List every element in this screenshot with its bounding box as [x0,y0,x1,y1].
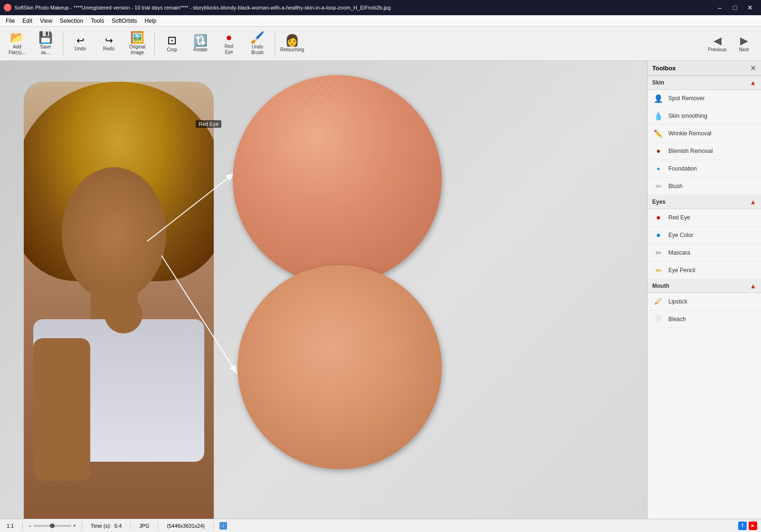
minimize-button[interactable]: – [713,3,727,12]
skin-zoom-circle-top [233,75,442,284]
zoom-plus-icon: + [73,523,76,528]
time-value: 0.4 [114,523,122,529]
mascara-label: Mascara [668,249,690,256]
red-eye-toolbar-button[interactable]: ● RedEye [216,29,242,58]
blemish-removal-tool[interactable]: ● Blemish Removal [647,142,761,160]
eye-color-icon: ● [653,230,664,240]
eye-pencil-tool[interactable]: ✏ Eye Pencil [647,262,761,279]
info-icon[interactable]: i [219,522,227,530]
time-label: Time (s): 0.4 [88,523,124,529]
original-icon: 🖼️ [130,32,144,43]
window-controls: – □ ✕ [713,3,757,12]
woman-body [24,82,214,519]
youtube-icon[interactable]: ▶ [749,522,757,530]
previous-button[interactable]: ◀ Previous [704,29,731,58]
menu-help[interactable]: Help [141,17,161,25]
menu-edit[interactable]: Edit [19,17,36,25]
toolbar: 📂 AddFile(s)... 💾 Saveas... ↩ Undo ↪ Red… [0,27,761,61]
skin-smoothing-tool[interactable]: 💧 Skin smoothing [647,107,761,125]
hand [105,295,143,333]
next-button[interactable]: ▶ Next [731,29,757,58]
woman-photo-area [0,61,238,519]
foundation-tool[interactable]: 🔹 Foundation [647,160,761,178]
rotate-button[interactable]: 🔃 Rotate [187,29,214,58]
wrinkle-removal-tool[interactable]: ✏️ Wrinkle Removal [647,125,761,142]
blemish-removal-icon: ● [653,146,664,156]
red-eye-tool-label: Red Eye [668,214,690,221]
rotate-label: Rotate [193,47,207,53]
social-icons-area: f ▶ [738,522,757,530]
red-eye-toolbar-icon: ● [226,32,232,43]
skin-section-header[interactable]: Skin ▲ [647,76,761,90]
spot-remover-label: Spot Remover [668,95,705,102]
red-eye-toolbar-label: RedEye [225,44,233,55]
menu-file[interactable]: File [2,17,19,25]
app-icon [4,4,11,11]
eyes-section-header[interactable]: Eyes ▲ [647,195,761,209]
undo-brush-button[interactable]: 🖌️ UndoBrush [244,29,271,58]
title-text: SoftSkin Photo Makeup - ****Unregistered… [14,5,713,10]
undo-button[interactable]: ↩ Undo [67,29,94,58]
rotate-icon: 🔃 [193,35,208,46]
zoom-slider-control[interactable]: – + [29,523,76,528]
skin-section-collapse-icon: ▲ [750,79,756,86]
retouching-button[interactable]: 👩 Retouching [279,29,305,58]
eyes-section-label: Eyes [652,199,666,205]
crop-button[interactable]: ⊡ Crop [159,29,185,58]
menu-bar: File Edit View Selection Tools SoftOrbit… [0,15,761,27]
eye-color-tool[interactable]: ● Eye Color [647,227,761,244]
lipstick-label: Lipstick [668,298,687,305]
original-image-button[interactable]: 🖼️ OriginalImage [124,29,151,58]
zoom-minus-icon: – [29,523,31,528]
status-sep-1 [22,522,23,530]
lipstick-tool[interactable]: 🖊 Lipstick [647,293,761,311]
mouth-section-header[interactable]: Mouth ▲ [647,279,761,293]
foundation-icon: 🔹 [653,163,664,174]
blush-label: Blush [668,183,683,190]
spot-remover-icon: 👤 [653,93,664,104]
menu-tools[interactable]: Tools [87,17,108,25]
zoom-slider[interactable] [33,525,71,527]
crop-label: Crop [167,47,177,53]
skin-smoothing-icon: 💧 [653,111,664,121]
mascara-tool[interactable]: ✏ Mascara [647,244,761,262]
face [62,167,166,300]
undo-brush-label: UndoBrush [251,44,264,56]
next-label: Next [739,47,749,52]
toolbox-header: Toolbox ✕ [647,61,761,76]
toolbox-title: Toolbox [652,65,676,72]
facebook-icon[interactable]: f [738,522,747,530]
close-button[interactable]: ✕ [743,3,757,12]
lipstick-icon: 🖊 [653,296,664,307]
spot-remover-tool[interactable]: 👤 Spot Remover [647,90,761,107]
format-label: JPG [136,523,152,529]
menu-softorbits[interactable]: SoftOrbits [108,17,141,25]
redo-label: Redo [103,46,114,52]
maximize-button[interactable]: □ [728,3,742,12]
retouching-icon: 👩 [285,35,299,46]
wrinkle-removal-label: Wrinkle Removal [668,130,711,137]
redo-button[interactable]: ↪ Redo [95,29,122,58]
skin-section-label: Skin [652,79,664,86]
undo-brush-icon: 🖌️ [250,32,265,43]
skin-texture-bottom [238,265,442,469]
bleach-tool[interactable]: 🦷 Bleach [647,311,761,328]
blush-tool[interactable]: ✏ Blush [647,178,761,195]
blush-icon: ✏ [653,181,664,191]
menu-selection[interactable]: Selection [56,17,87,25]
crop-icon: ⊡ [167,35,177,46]
toolbox-panel: Toolbox ✕ Skin ▲ 👤 Spot Remover 💧 Skin s… [647,61,761,519]
eye-pencil-icon: ✏ [653,265,664,276]
dimensions-label: (5446x3631x24) [164,523,208,529]
red-eye-tool[interactable]: ● Red Eye [647,209,761,227]
canvas-area[interactable]: Red Eye [0,61,647,519]
add-file-button[interactable]: 📂 AddFile(s)... [4,29,30,58]
previous-arrow-icon: ◀ [713,35,722,47]
status-bar: 1:1 – + Time (s): 0.4 JPG (5446x3631x24)… [0,519,761,532]
toolbox-close-button[interactable]: ✕ [750,64,756,73]
save-as-button[interactable]: 💾 Saveas... [32,29,59,58]
zoom-level: 1:1 [4,523,17,529]
zoom-thumb[interactable] [50,523,55,528]
separator-2 [154,32,155,56]
menu-view[interactable]: View [36,17,56,25]
